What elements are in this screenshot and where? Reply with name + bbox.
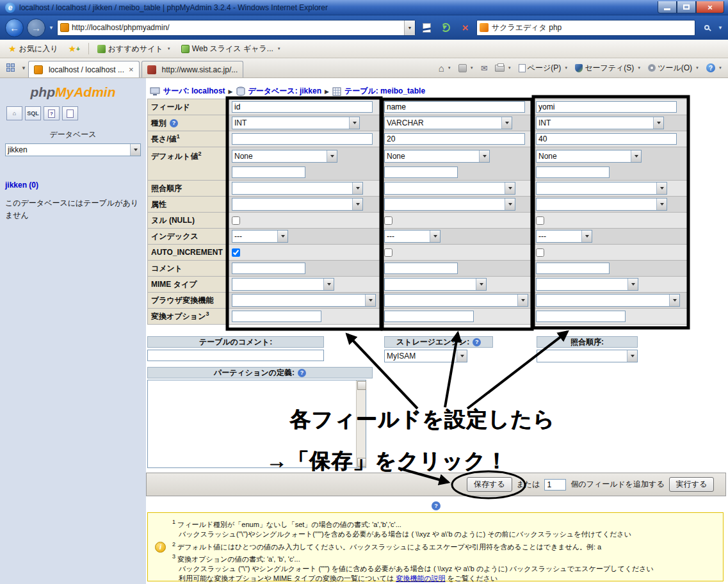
transform-options-input-2[interactable] (384, 311, 474, 322)
tab-phpmyadmin[interactable]: localhost / localhost ... × (28, 61, 140, 77)
field-mime-select-3[interactable] (536, 278, 638, 291)
field-index-select-3[interactable]: --- (536, 230, 592, 243)
pma-docs-button[interactable]: ? (44, 106, 60, 120)
mysql-docs-button[interactable] (62, 106, 78, 120)
breadcrumb-table-link[interactable]: テーブル: meibo_table (344, 86, 425, 97)
read-mail-button[interactable]: ✉ (478, 60, 491, 76)
null-checkbox-2[interactable] (384, 216, 392, 225)
database-select[interactable]: jikken (5, 143, 141, 156)
null-checkbox-3[interactable] (536, 216, 544, 225)
field-transform-select-2[interactable] (384, 294, 528, 307)
field-collation-select-3[interactable] (536, 182, 667, 195)
footnote-2: 2 デフォルト値にはひとつの値のみ入力してください。バックスラッシュによるエスケ… (172, 540, 718, 552)
field-transform-select-1[interactable] (232, 294, 376, 307)
field-name-input-2[interactable] (384, 101, 525, 113)
field-default-value-input-2[interactable] (384, 166, 458, 178)
type-help-icon[interactable]: ? (170, 119, 178, 127)
stop-button[interactable]: × (457, 20, 473, 36)
search-options-dropdown[interactable]: ▼ (718, 25, 723, 31)
field-index-select-1[interactable]: --- (232, 230, 288, 243)
field-length-input-3[interactable] (536, 133, 677, 145)
auto-increment-checkbox-3[interactable] (536, 248, 544, 257)
print-button[interactable]: ▼ (492, 60, 515, 76)
engine-help-icon[interactable]: ? (473, 338, 481, 346)
refresh-button[interactable] (438, 20, 454, 36)
field-length-input-2[interactable] (384, 133, 525, 145)
feeds-button[interactable]: ▼ (455, 60, 477, 76)
field-name-input-1[interactable] (232, 101, 373, 113)
transformations-docs-link[interactable]: 変換機能の説明 (396, 574, 445, 582)
breadcrumb-server-link[interactable]: サーバ: localhost (163, 86, 225, 97)
tab-close-icon[interactable]: × (129, 65, 134, 74)
table-collation-select[interactable] (537, 350, 638, 362)
field-length-input-1[interactable] (232, 133, 373, 145)
home-icon-button[interactable]: ⌂ (6, 106, 22, 120)
add-fields-count-input[interactable] (544, 479, 566, 491)
field-type-select-1[interactable]: INT (232, 117, 360, 129)
web-slice-gallery-button[interactable]: Web スライス ギャラ... ▼ (177, 41, 286, 56)
field-type-select-2[interactable]: VARCHAR (384, 117, 512, 129)
forward-button[interactable]: → (27, 19, 45, 37)
address-bar[interactable]: ▼ (57, 20, 416, 36)
field-mime-select-2[interactable] (384, 278, 487, 291)
breadcrumb-database-link[interactable]: データベース: jikken (248, 86, 321, 97)
help-button[interactable]: ?▼ (703, 60, 725, 76)
page-menu-button[interactable]: ページ(P)▼ (515, 60, 572, 76)
recent-pages-dropdown[interactable]: ▼ (49, 25, 54, 31)
null-checkbox-1[interactable] (232, 216, 240, 225)
go-button[interactable]: 実行する (669, 477, 715, 492)
field-attributes-select-1[interactable] (232, 198, 363, 211)
tools-menu-button[interactable]: ツール(O)▼ (645, 60, 702, 76)
save-button[interactable]: 保存する (467, 477, 512, 492)
field-comment-input-3[interactable] (536, 263, 610, 274)
transform-options-input-3[interactable] (536, 311, 626, 322)
favorites-button[interactable]: ★ お気に入り (4, 41, 62, 56)
field-default-value-input-1[interactable] (232, 166, 305, 178)
form-help-icon[interactable]: ? (432, 501, 441, 510)
auto-increment-checkbox-2[interactable] (384, 248, 392, 257)
home-button[interactable]: ⌂▼ (435, 60, 455, 76)
back-button[interactable]: ← (5, 19, 24, 37)
tab-list-dropdown[interactable]: ▼ (21, 65, 26, 71)
field-comment-input-1[interactable] (232, 263, 305, 274)
add-favorite-button[interactable]: ★+ (63, 41, 84, 56)
chevron-down-icon (365, 295, 375, 306)
storage-engine-select[interactable]: MyISAM (384, 350, 467, 362)
tab-sist[interactable]: http://www.sist.ac.jp/... (142, 61, 244, 77)
database-link[interactable]: jikken (0) (5, 181, 141, 190)
field-type-select-3[interactable]: INT (536, 117, 664, 129)
auto-increment-checkbox-1[interactable] (232, 248, 240, 257)
field-attributes-select-3[interactable] (536, 198, 667, 211)
field-default-select-2[interactable]: None (384, 150, 490, 163)
transform-options-input-1[interactable] (232, 311, 321, 322)
safety-menu-button[interactable]: セーフティ(S)▼ (572, 60, 644, 76)
close-button[interactable]: × (696, 1, 724, 13)
field-name-input-3[interactable] (536, 101, 677, 113)
field-collation-select-2[interactable] (384, 182, 515, 195)
scrollbar[interactable] (356, 380, 366, 467)
field-collation-select-1[interactable] (232, 182, 363, 195)
compatibility-view-button[interactable] (419, 20, 435, 36)
field-attributes-select-2[interactable] (384, 198, 515, 211)
field-index-select-2[interactable]: --- (384, 230, 441, 243)
address-dropdown-icon[interactable]: ▼ (404, 20, 415, 35)
search-input[interactable] (492, 21, 695, 35)
search-button[interactable] (699, 20, 715, 36)
field-comment-input-2[interactable] (384, 263, 458, 274)
maximize-button[interactable] (677, 1, 696, 13)
field-default-select-3[interactable]: None (536, 150, 642, 163)
search-box[interactable] (476, 20, 695, 36)
title-bar: e localhost / localhost / jikken / meibo… (0, 0, 728, 15)
suggested-sites-button[interactable]: おすすめサイト ▼ (93, 41, 175, 56)
minimize-button[interactable] (658, 1, 677, 13)
quick-tabs-button[interactable] (3, 60, 19, 76)
table-comment-input[interactable] (147, 350, 324, 361)
field-transform-select-3[interactable] (536, 294, 680, 307)
partition-definition-textarea[interactable] (147, 380, 366, 468)
field-default-value-input-3[interactable] (536, 166, 610, 178)
partition-help-icon[interactable]: ? (298, 369, 306, 377)
field-default-select-1[interactable]: None (232, 150, 337, 163)
field-mime-select-1[interactable] (232, 278, 334, 291)
url-input[interactable] (72, 21, 404, 35)
sql-window-button[interactable]: SQL (25, 106, 41, 120)
